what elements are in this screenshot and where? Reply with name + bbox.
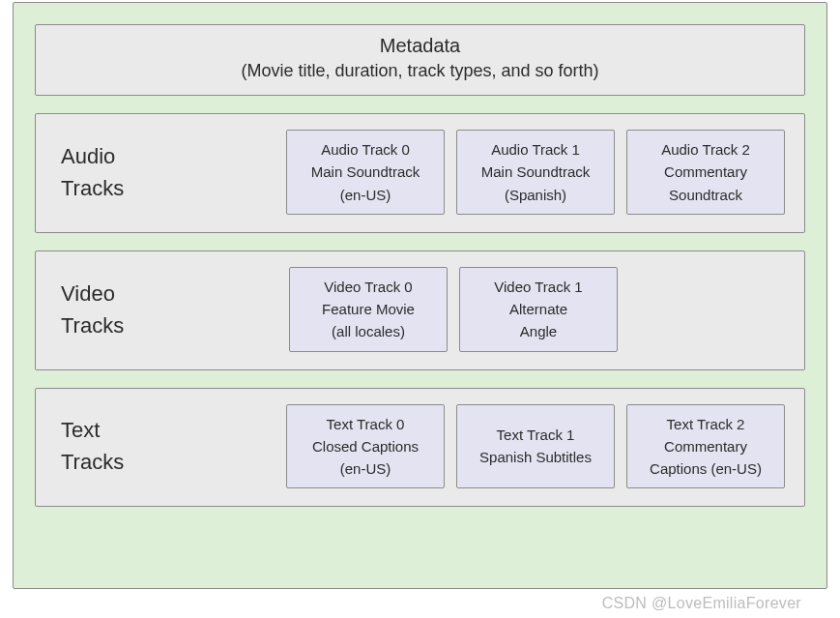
track-line: Angle bbox=[466, 320, 611, 342]
section-label-line1: Text bbox=[61, 418, 100, 442]
track-line: Audio Track 1 bbox=[463, 138, 608, 161]
track-line: (all locales) bbox=[296, 320, 441, 342]
video-tracks-row: Video Track 0 Feature Movie (all locales… bbox=[289, 267, 618, 352]
audio-track-2: Audio Track 2 Commentary Soundtrack bbox=[626, 130, 785, 215]
text-tracks-label: Text Tracks bbox=[55, 414, 275, 478]
track-line: (en-US) bbox=[293, 184, 438, 206]
track-line: Commentary bbox=[633, 435, 778, 457]
video-tracks-panel: Video Tracks Video Track 0 Feature Movie… bbox=[35, 250, 805, 370]
track-line: Closed Captions bbox=[293, 435, 438, 457]
track-line: (Spanish) bbox=[463, 184, 608, 206]
track-line: Text Track 2 bbox=[633, 413, 778, 435]
text-tracks-row: Text Track 0 Closed Captions (en-US) Tex… bbox=[286, 404, 785, 489]
watermark: CSDN @LoveEmiliaForever bbox=[602, 595, 801, 612]
track-line: Captions (en-US) bbox=[633, 457, 778, 480]
audio-tracks-row: Audio Track 0 Main Soundtrack (en-US) Au… bbox=[286, 130, 785, 215]
video-track-0: Video Track 0 Feature Movie (all locales… bbox=[289, 267, 448, 352]
video-track-1: Video Track 1 Alternate Angle bbox=[459, 267, 618, 352]
audio-track-1: Audio Track 1 Main Soundtrack (Spanish) bbox=[456, 130, 615, 215]
metadata-title: Metadata bbox=[49, 35, 791, 57]
track-line: Main Soundtrack bbox=[293, 161, 438, 183]
metadata-subtitle: (Movie title, duration, track types, and… bbox=[49, 61, 791, 81]
track-line: Alternate bbox=[466, 298, 611, 320]
text-track-1: Text Track 1 Spanish Subtitles bbox=[456, 404, 615, 489]
track-line: Video Track 0 bbox=[296, 276, 441, 298]
track-line: Text Track 1 bbox=[463, 424, 608, 446]
video-tracks-label: Video Tracks bbox=[55, 278, 277, 341]
audio-tracks-label: Audio Tracks bbox=[55, 140, 275, 204]
track-line: Soundtrack bbox=[633, 184, 778, 206]
text-track-0: Text Track 0 Closed Captions (en-US) bbox=[286, 404, 445, 489]
track-line: (en-US) bbox=[293, 457, 438, 480]
track-line: Commentary bbox=[633, 161, 778, 183]
media-container: Metadata (Movie title, duration, track t… bbox=[13, 2, 827, 589]
text-track-2: Text Track 2 Commentary Captions (en-US) bbox=[626, 404, 785, 489]
section-label-line2: Tracks bbox=[61, 313, 124, 338]
section-label-line1: Audio bbox=[61, 144, 115, 168]
text-tracks-panel: Text Tracks Text Track 0 Closed Captions… bbox=[35, 388, 805, 508]
track-line: Audio Track 2 bbox=[633, 138, 778, 161]
track-line: Feature Movie bbox=[296, 298, 441, 320]
track-line: Video Track 1 bbox=[466, 276, 611, 298]
track-line: Audio Track 0 bbox=[293, 138, 438, 161]
audio-tracks-panel: Audio Tracks Audio Track 0 Main Soundtra… bbox=[35, 113, 805, 233]
track-line: Main Soundtrack bbox=[463, 161, 608, 183]
section-label-line2: Tracks bbox=[61, 176, 124, 200]
section-label-line1: Video bbox=[61, 281, 115, 306]
track-line: Spanish Subtitles bbox=[463, 446, 608, 468]
metadata-panel: Metadata (Movie title, duration, track t… bbox=[35, 24, 805, 96]
audio-track-0: Audio Track 0 Main Soundtrack (en-US) bbox=[286, 130, 445, 215]
section-label-line2: Tracks bbox=[61, 450, 124, 474]
track-line: Text Track 0 bbox=[293, 413, 438, 435]
